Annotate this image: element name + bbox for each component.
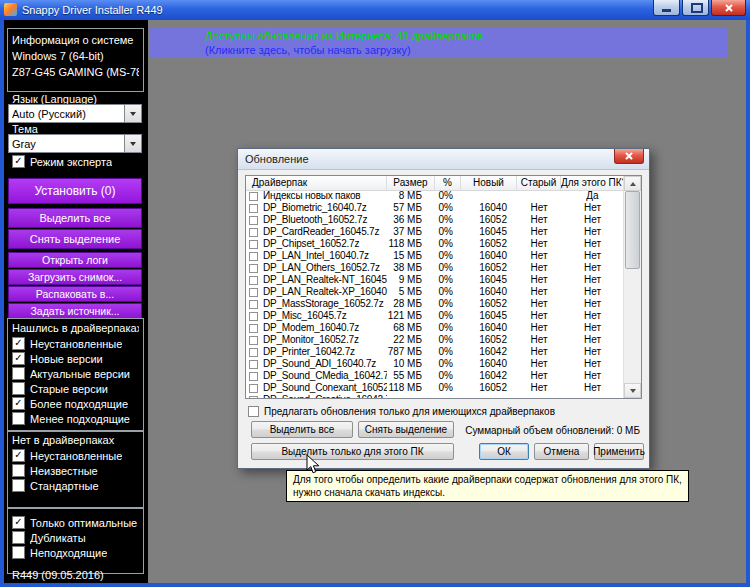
- row-checkbox[interactable]: [249, 276, 258, 285]
- filter-checkbox[interactable]: Актуальные версии: [12, 367, 139, 380]
- offer-updates-checkbox[interactable]: Предлагать обновления только для имеющих…: [248, 406, 555, 417]
- maximize-button[interactable]: [682, 0, 709, 16]
- cancel-button[interactable]: Отмена: [534, 443, 589, 460]
- minimize-button[interactable]: [653, 0, 680, 16]
- ok-button[interactable]: ОК: [479, 443, 529, 460]
- table-row[interactable]: DP_Sound_Creative_16042.7z: [246, 394, 624, 398]
- row-checkbox[interactable]: [249, 324, 258, 333]
- table-row[interactable]: DP_LAN_Others_16052.7z38 МБ0%16052НетНет: [246, 262, 624, 274]
- checkbox[interactable]: [12, 412, 25, 425]
- row-checkbox[interactable]: [249, 288, 258, 297]
- row-checkbox[interactable]: [249, 384, 258, 393]
- theme-select[interactable]: Gray: [8, 134, 142, 153]
- row-checkbox[interactable]: [249, 336, 258, 345]
- filter-checkbox[interactable]: Старые версии: [12, 382, 139, 395]
- dialog-deselect-button[interactable]: Снять выделение: [358, 421, 454, 438]
- filter-checkbox[interactable]: Дубликаты: [12, 531, 139, 544]
- table-row[interactable]: DP_Sound_CMedia_16042.7z55 МБ0%16042НетН…: [246, 370, 624, 382]
- tool-button-0[interactable]: Открыть логи: [8, 252, 142, 268]
- column-header-new[interactable]: Новый: [461, 176, 517, 190]
- checkbox[interactable]: ✓: [12, 352, 25, 365]
- filter-checkbox[interactable]: ✓Более подходящие: [12, 397, 139, 410]
- table-row[interactable]: DP_Sound_Conexant_16052.7z118 МБ0%16052Н…: [246, 382, 624, 394]
- row-checkbox[interactable]: [249, 372, 258, 381]
- theme-dropdown-button[interactable]: [124, 135, 141, 152]
- dialog-titlebar[interactable]: Обновление: [238, 149, 649, 170]
- row-checkbox[interactable]: [249, 264, 258, 273]
- column-header-pct[interactable]: %: [435, 176, 461, 190]
- dialog-select-all-button[interactable]: Выделить все: [251, 421, 353, 438]
- checkbox[interactable]: [12, 479, 25, 492]
- checkbox[interactable]: [12, 531, 25, 544]
- filter-checkbox[interactable]: Стандартные: [12, 479, 139, 492]
- table-row[interactable]: DP_Misc_16045.7z121 МБ0%16045НетНет: [246, 310, 624, 322]
- row-checkbox[interactable]: [249, 192, 258, 201]
- checkbox[interactable]: [12, 546, 25, 559]
- row-checkbox[interactable]: [249, 360, 258, 369]
- table-row[interactable]: DP_Modem_16040.7z68 МБ0%16040НетНет: [246, 322, 624, 334]
- table-row[interactable]: DP_LAN_Intel_16040.7z15 МБ0%16040НетНет: [246, 250, 624, 262]
- scroll-up-button[interactable]: [624, 176, 641, 191]
- scrollbar-track[interactable]: [624, 191, 641, 383]
- row-checkbox[interactable]: [249, 228, 258, 237]
- table-row[interactable]: DP_Bluetooth_16052.7z36 МБ0%16052НетНет: [246, 214, 624, 226]
- filter-checkbox[interactable]: Менее подходящие: [12, 412, 139, 425]
- column-header-size[interactable]: Размер: [387, 176, 435, 190]
- filter-checkbox[interactable]: ✓Только оптимальные: [12, 516, 139, 529]
- table-row[interactable]: DP_LAN_Realtek-XP_16040.7z5 МБ0%16040Нет…: [246, 286, 624, 298]
- checkbox[interactable]: ✓: [12, 516, 25, 529]
- checkbox[interactable]: [248, 406, 259, 417]
- deselect-button[interactable]: Снять выделение: [8, 229, 142, 249]
- table-row[interactable]: Индексы новых паков8 МБ0%Да: [246, 190, 624, 202]
- checkbox[interactable]: [12, 382, 25, 395]
- vertical-scrollbar[interactable]: [623, 176, 641, 398]
- row-checkbox[interactable]: [249, 312, 258, 321]
- table-row[interactable]: DP_Chipset_16052.7z118 МБ0%16052НетНет: [246, 238, 624, 250]
- row-checkbox[interactable]: [249, 204, 258, 213]
- row-checkbox[interactable]: [249, 252, 258, 261]
- column-header-old[interactable]: Старый: [517, 176, 561, 190]
- tool-button-2[interactable]: Распаковать в...: [8, 286, 142, 302]
- checkbox[interactable]: ✓: [12, 449, 25, 462]
- language-select[interactable]: Auto (Русский): [8, 104, 142, 123]
- update-banner[interactable]: Доступны обновления из Интернета: 48 дра…: [150, 28, 728, 58]
- language-dropdown-button[interactable]: [124, 105, 141, 122]
- row-checkbox[interactable]: [249, 396, 258, 399]
- scrollbar-thumb[interactable]: [625, 191, 640, 269]
- filter-checkbox[interactable]: ✓Новые версии: [12, 352, 139, 365]
- scroll-down-button[interactable]: [624, 383, 641, 398]
- install-button[interactable]: Установить (0): [8, 178, 142, 204]
- filter-checkbox[interactable]: ✓Неустановленные: [12, 337, 139, 350]
- table-row[interactable]: DP_CardReader_16045.7z37 МБ0%16045НетНет: [246, 226, 624, 238]
- row-checkbox[interactable]: [249, 240, 258, 249]
- checkbox[interactable]: [12, 367, 25, 380]
- expert-mode-checkbox[interactable]: ✓ Режим эксперта: [12, 155, 144, 168]
- titlebar[interactable]: Snappy Driver Installer R449: [0, 0, 750, 20]
- tool-button-3[interactable]: Задать источник...: [8, 303, 142, 319]
- filter-checkbox[interactable]: Неизвестные: [12, 464, 139, 477]
- table-row[interactable]: DP_Biometric_16040.7z57 МБ0%16040НетНет: [246, 202, 624, 214]
- row-checkbox[interactable]: [249, 348, 258, 357]
- column-header-pc[interactable]: Для этого ПК?: [561, 176, 624, 190]
- checkbox[interactable]: ✓: [12, 337, 25, 350]
- checkbox[interactable]: ✓: [12, 397, 25, 410]
- apply-button[interactable]: Применить: [594, 443, 644, 460]
- filter-checkbox[interactable]: Неподходящие: [12, 546, 139, 559]
- dialog-close-button[interactable]: [614, 149, 644, 164]
- row-checkbox[interactable]: [249, 300, 258, 309]
- close-button[interactable]: [711, 0, 746, 16]
- select-all-button[interactable]: Выделить все: [8, 208, 142, 228]
- table-row[interactable]: DP_Sound_ADI_16040.7z10 МБ0%16040НетНет: [246, 358, 624, 370]
- row-checkbox[interactable]: [249, 216, 258, 225]
- tool-button-1[interactable]: Загрузить снимок...: [8, 269, 142, 285]
- filter-checkbox[interactable]: ✓Неустановленные: [12, 449, 139, 462]
- select-for-this-pc-button[interactable]: Выделить только для этого ПК: [251, 443, 454, 460]
- checkbox[interactable]: ✓: [12, 155, 25, 168]
- table-row[interactable]: DP_Printer_16042.7z787 МБ0%16042НетНет: [246, 346, 624, 358]
- column-header-name[interactable]: Драйверпак: [246, 176, 387, 190]
- start-download-link[interactable]: (Кликните здесь, чтобы начать загрузку): [205, 43, 728, 57]
- table-row[interactable]: DP_MassStorage_16052.7z28 МБ0%16052НетНе…: [246, 298, 624, 310]
- table-row[interactable]: DP_Monitor_16052.7z22 МБ0%16052НетНет: [246, 334, 624, 346]
- checkbox[interactable]: [12, 464, 25, 477]
- table-row[interactable]: DP_LAN_Realtek-NT_16045.7z9 МБ0%16045Нет…: [246, 274, 624, 286]
